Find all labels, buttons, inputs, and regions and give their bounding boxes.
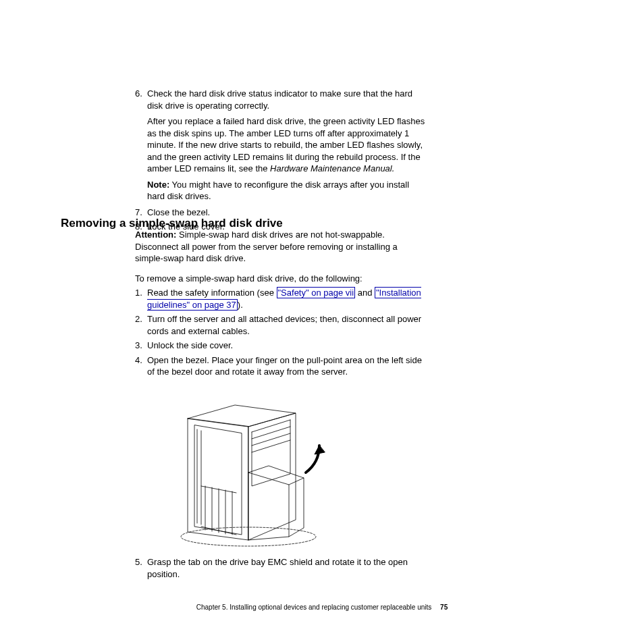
manual-reference: Hardware Maintenance Manual. bbox=[270, 163, 394, 173]
step-6-detail: After you replace a failed hard disk dri… bbox=[147, 115, 425, 175]
step-number: 2. bbox=[135, 313, 147, 337]
step-4: 4. Open the bezel. Place your finger on … bbox=[135, 354, 425, 378]
step-number: 5. bbox=[135, 556, 147, 580]
step-text: Unlock the side cover. bbox=[147, 340, 425, 352]
step-number: 3. bbox=[135, 340, 147, 352]
step-5: 5. Grasp the tab on the drive bay EMC sh… bbox=[135, 556, 425, 580]
step-number: 4. bbox=[135, 354, 147, 378]
step-number: 1. bbox=[135, 287, 147, 311]
chapter-title: Chapter 5. Installing optional devices a… bbox=[196, 603, 432, 611]
step-number: 6. bbox=[135, 88, 147, 111]
step-text: Check the hard disk drive status indicat… bbox=[147, 88, 425, 111]
step-text: Turn off the server and all attached dev… bbox=[147, 313, 425, 337]
step-2: 2. Turn off the server and all attached … bbox=[135, 313, 425, 337]
step-text: Grasp the tab on the drive bay EMC shiel… bbox=[147, 556, 425, 580]
attention-paragraph: Attention: Simple-swap hard disk drives … bbox=[135, 229, 425, 265]
page-number: 75 bbox=[440, 603, 448, 611]
figure-bezel-open bbox=[147, 385, 356, 549]
intro-text: To remove a simple-swap hard disk drive,… bbox=[135, 273, 425, 285]
note-label: Note: bbox=[147, 180, 169, 190]
step-3: 3. Unlock the side cover. bbox=[135, 340, 425, 352]
note: Note: You might have to reconfigure the … bbox=[147, 179, 425, 203]
note-text: You might have to reconfigure the disk a… bbox=[147, 180, 409, 202]
link-safety[interactable]: "Safety" on page vii bbox=[277, 287, 356, 298]
page-footer: Chapter 5. Installing optional devices a… bbox=[0, 603, 644, 612]
step-1: 1. Read the safety information (see "Saf… bbox=[135, 287, 425, 311]
step-text: Open the bezel. Place your finger on the… bbox=[147, 354, 425, 378]
step-text: Read the safety information (see "Safety… bbox=[147, 287, 425, 311]
attention-label: Attention: bbox=[135, 230, 176, 240]
step-6: 6. Check the hard disk drive status indi… bbox=[135, 88, 425, 111]
